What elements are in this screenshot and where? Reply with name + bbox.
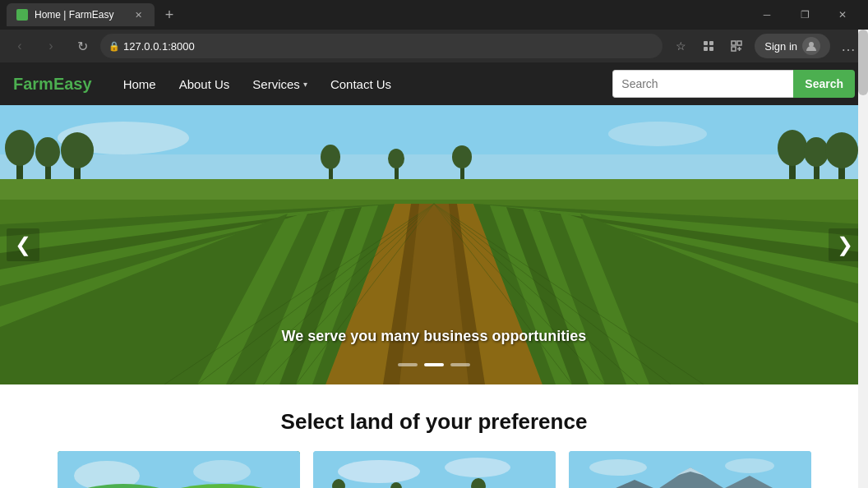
browser-actions: ☆ bbox=[667, 33, 750, 59]
sign-in-label: Sign in bbox=[764, 40, 797, 53]
land-cards bbox=[13, 451, 855, 488]
nav-link-home[interactable]: Home bbox=[112, 71, 168, 98]
indicator-3[interactable] bbox=[450, 363, 470, 366]
svg-rect-2 bbox=[704, 47, 708, 51]
svg-point-89 bbox=[589, 459, 647, 476]
services-label: Services bbox=[252, 77, 300, 91]
svg-point-13 bbox=[5, 130, 35, 166]
indicator-1[interactable] bbox=[398, 363, 418, 366]
svg-point-61 bbox=[193, 460, 251, 483]
carousel: ❮ ❯ We serve you many business opportuni… bbox=[0, 105, 868, 384]
back-button[interactable]: ‹ bbox=[7, 33, 33, 59]
svg-point-15 bbox=[35, 137, 60, 167]
next-arrow-icon: ❯ bbox=[837, 233, 853, 256]
carousel-prev-button[interactable]: ❮ bbox=[7, 228, 39, 261]
svg-rect-0 bbox=[704, 41, 708, 45]
svg-point-23 bbox=[825, 132, 858, 168]
carousel-caption: We serve you many business opportunities bbox=[282, 328, 587, 345]
svg-point-71 bbox=[445, 458, 510, 477]
star-button[interactable]: ☆ bbox=[667, 33, 694, 59]
window-controls: ─ ❐ ✕ bbox=[748, 0, 861, 30]
nav-link-services[interactable]: Services ▾ bbox=[241, 71, 319, 98]
tab-bar: Home | FarmEasy ✕ + ─ ❐ ✕ bbox=[0, 0, 868, 30]
browser-chrome: Home | FarmEasy ✕ + ─ ❐ ✕ ‹ › ↻ 🔒 ☆ bbox=[0, 0, 868, 62]
svg-point-19 bbox=[778, 130, 807, 166]
new-tab-button[interactable]: + bbox=[158, 3, 181, 26]
svg-point-27 bbox=[388, 149, 404, 168]
svg-rect-1 bbox=[709, 41, 713, 45]
lock-icon: 🔒 bbox=[108, 41, 120, 52]
sign-in-button[interactable]: Sign in bbox=[755, 34, 830, 58]
svg-point-11 bbox=[608, 122, 707, 146]
scrollbar-thumb[interactable] bbox=[858, 30, 868, 95]
close-button[interactable]: ✕ bbox=[824, 0, 861, 30]
svg-point-25 bbox=[321, 145, 340, 169]
navbar-links: Home About Us Services ▾ Contact Us bbox=[112, 71, 613, 98]
svg-rect-6 bbox=[732, 47, 736, 51]
indicator-2[interactable] bbox=[424, 363, 444, 366]
svg-rect-4 bbox=[732, 41, 736, 45]
carousel-indicators bbox=[398, 363, 470, 366]
tab-title: Home | FarmEasy bbox=[35, 9, 125, 21]
svg-point-90 bbox=[725, 458, 774, 473]
svg-point-17 bbox=[61, 132, 94, 168]
land-card-1[interactable] bbox=[58, 451, 300, 488]
navbar-brand[interactable]: FarmEasy bbox=[13, 75, 92, 94]
website-content: FarmEasy Home About Us Services ▾ Contac… bbox=[0, 62, 868, 488]
browser-window: Home | FarmEasy ✕ + ─ ❐ ✕ ‹ › ↻ 🔒 ☆ bbox=[0, 0, 868, 488]
nav-link-about[interactable]: About Us bbox=[168, 71, 242, 98]
svg-rect-3 bbox=[709, 47, 713, 51]
svg-point-70 bbox=[338, 460, 420, 483]
nav-link-contact[interactable]: Contact Us bbox=[319, 71, 403, 98]
tab-favicon bbox=[16, 9, 28, 21]
tab-close-button[interactable]: ✕ bbox=[132, 8, 145, 21]
land-card-3[interactable] bbox=[569, 451, 811, 488]
minimize-button[interactable]: ─ bbox=[748, 0, 786, 30]
carousel-next-button[interactable]: ❯ bbox=[829, 228, 861, 261]
svg-point-21 bbox=[804, 137, 829, 167]
navbar: FarmEasy Home About Us Services ▾ Contac… bbox=[0, 62, 868, 105]
address-bar: ‹ › ↻ 🔒 ☆ Sign in bbox=[0, 30, 868, 62]
avatar bbox=[802, 37, 820, 55]
search-input[interactable] bbox=[612, 70, 793, 98]
forward-button[interactable]: › bbox=[38, 33, 64, 59]
extensions-button[interactable] bbox=[723, 33, 750, 59]
navbar-search: Search bbox=[612, 70, 855, 98]
prev-arrow-icon: ❮ bbox=[15, 233, 31, 256]
url-input[interactable] bbox=[100, 34, 663, 58]
search-button[interactable]: Search bbox=[793, 70, 855, 98]
restore-button[interactable]: ❐ bbox=[786, 0, 824, 30]
scrollbar-track bbox=[858, 30, 868, 488]
url-bar-container[interactable]: 🔒 bbox=[100, 34, 663, 58]
collections-button[interactable] bbox=[695, 33, 722, 59]
land-section-title: Select land of your preference bbox=[13, 409, 855, 435]
svg-point-29 bbox=[452, 145, 472, 168]
land-card-2[interactable] bbox=[313, 451, 556, 488]
refresh-button[interactable]: ↻ bbox=[69, 33, 95, 59]
active-tab[interactable]: Home | FarmEasy ✕ bbox=[7, 3, 155, 26]
svg-rect-5 bbox=[737, 41, 741, 45]
dropdown-arrow-icon: ▾ bbox=[303, 80, 307, 89]
land-section: Select land of your preference bbox=[0, 384, 868, 488]
